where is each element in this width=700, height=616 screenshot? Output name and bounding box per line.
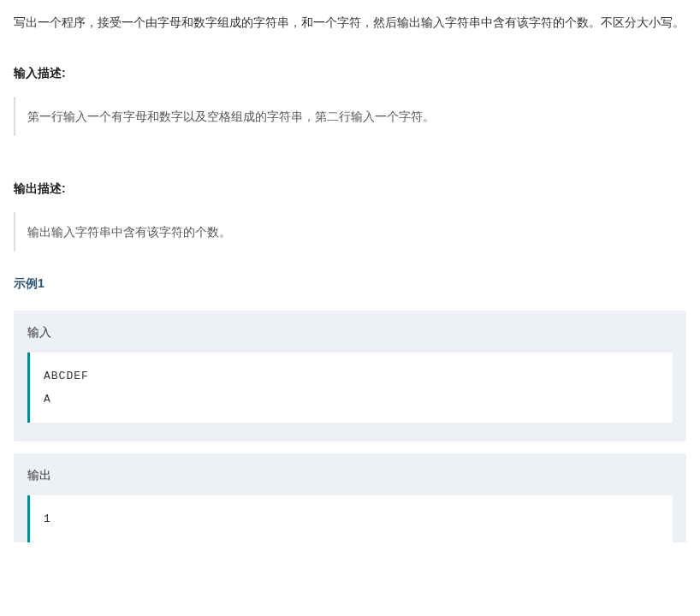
example-input-label: 输入 — [14, 311, 686, 352]
example-input-code: ABCDEF A — [27, 352, 673, 424]
problem-description: 写出一个程序，接受一个由字母和数字组成的字符串，和一个字符，然后输出输入字符串中… — [14, 10, 686, 34]
example-output-block: 输出 1 — [14, 453, 686, 542]
example-heading: 示例1 — [14, 272, 686, 295]
example-output-code: 1 — [27, 495, 673, 542]
output-description-heading: 输出描述: — [14, 177, 686, 200]
output-description-text: 输出输入字符串中含有该字符的个数。 — [27, 225, 231, 239]
output-description-box: 输出输入字符串中含有该字符的个数。 — [14, 212, 686, 252]
example-output-label: 输出 — [14, 453, 686, 495]
input-description-text: 第一行输入一个有字母和数字以及空格组成的字符串，第二行输入一个字符。 — [27, 110, 435, 123]
input-description-box: 第一行输入一个有字母和数字以及空格组成的字符串，第二行输入一个字符。 — [14, 97, 686, 137]
input-description-heading: 输入描述: — [14, 62, 686, 85]
example-input-block: 输入 ABCDEF A — [14, 311, 686, 441]
